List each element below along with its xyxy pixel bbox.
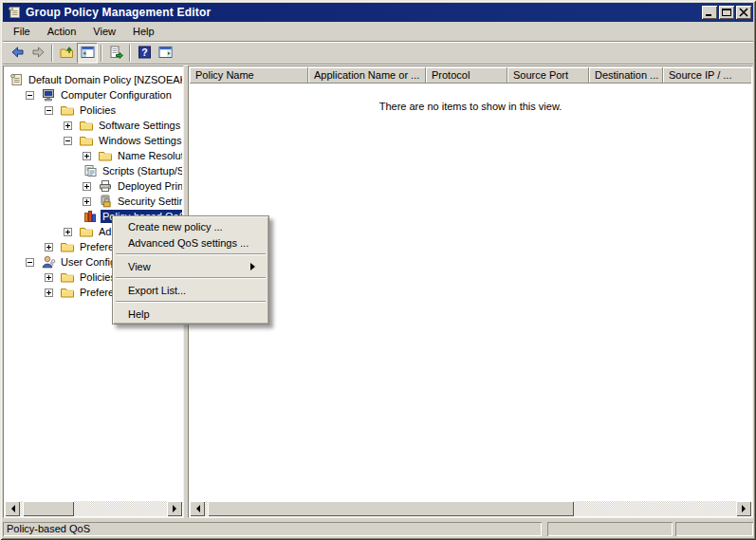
column-header-destination[interactable]: Destination ... [589,67,663,84]
tree-item-name-resolution-po[interactable]: Name Resolution Po [5,148,182,163]
menu-action[interactable]: Action [39,24,85,40]
tree-item-scripts-startup-sh[interactable]: Scripts (Startup/Sh [5,163,182,178]
toolbar-show-console-tree-button[interactable] [77,43,98,64]
show-console-tree-icon [80,45,96,62]
context-menu-item-create-new-policy[interactable]: Create new policy ... [114,218,267,234]
toolbar-show-action-pane-button[interactable] [155,43,175,64]
gpo-scroll-icon [9,72,24,87]
menu-item-label: View [128,261,250,272]
group-policy-editor-window: Group Policy Management Editor FileActio… [0,0,756,540]
expand-toggle-icon[interactable] [83,197,98,206]
tree-item-windows-settings[interactable]: Windows Settings [5,133,182,148]
minimize-button[interactable] [702,6,717,19]
toolbar-separator [129,45,131,62]
list-column-headers: Policy NameApplication Name or ...Protoc… [190,67,751,84]
toolbar-forward-button[interactable] [28,43,48,64]
collapse-toggle-icon[interactable] [26,258,41,267]
expand-toggle-icon[interactable] [64,121,79,130]
column-header-source-port[interactable]: Source Port [507,67,589,84]
menu-view[interactable]: View [84,24,124,40]
folder-icon [79,118,94,133]
tree-item-deployed-printers[interactable]: Deployed Printers [5,178,182,194]
security-icon [98,194,113,209]
tree-item-security-settings[interactable]: Security Settings [5,194,182,209]
context-menu: Create new policy ...Advanced QoS settin… [112,215,269,325]
scroll-right-button[interactable] [167,501,182,516]
forward-icon [30,45,46,62]
user-icon [41,254,56,270]
column-header-protocol[interactable]: Protocol [426,67,507,84]
expand-toggle-icon[interactable] [45,243,60,251]
folder-icon [79,133,94,148]
menu-file[interactable]: File [5,24,39,40]
menu-separator [116,253,266,255]
scroll-left-button[interactable] [190,501,205,516]
tree-item-computer-configuration[interactable]: Computer Configuration [5,87,182,102]
qos-chart-icon [83,209,98,224]
toolbar-up-one-level-button[interactable] [56,43,77,64]
collapse-toggle-icon[interactable] [45,106,60,115]
tree-item-label: Windows Settings [97,134,182,147]
expand-toggle-icon[interactable] [45,273,60,282]
title-bar[interactable]: Group Policy Management Editor [3,3,753,22]
tree-item-label: Default Domain Policy [NZSOEAKAD [27,73,182,86]
list-horizontal-scrollbar[interactable] [190,501,751,516]
tree-item-label: Software Settings [97,119,182,132]
folder-icon [60,239,75,254]
expand-toggle-icon[interactable] [83,152,98,160]
scroll-left-button[interactable] [5,501,20,516]
tree-item-label: Name Resolution Po [116,149,182,162]
export-list-icon [108,45,124,62]
close-button[interactable] [736,6,751,19]
submenu-arrow-icon [250,263,259,270]
column-header-application-name-or[interactable]: Application Name or ... [308,67,426,84]
folder-icon [98,148,113,163]
toolbar-separator [51,45,53,62]
toolbar-help-button[interactable]: ? [134,43,155,64]
toolbar-separator [101,45,102,62]
menu-separator [116,277,266,279]
list-body[interactable]: There are no items to show in this view. [190,84,751,501]
folder-icon [60,270,75,285]
scrollbar-thumb[interactable] [208,501,574,516]
tree-item-label: Deployed Printers [116,179,182,193]
context-menu-item-export-list[interactable]: Export List... [114,282,267,298]
tree-item-label: Security Settings [116,195,182,208]
expand-toggle-icon[interactable] [45,289,60,297]
context-menu-item-view[interactable]: View [114,258,267,274]
column-header-policy-name[interactable]: Policy Name [190,67,308,84]
status-text: Policy-based QoS [3,522,542,536]
window-title: Group Policy Management Editor [26,6,700,19]
tree-item-default-domain-policy-nzsoeakad[interactable]: Default Domain Policy [NZSOEAKAD [5,72,182,87]
maximize-button[interactable] [719,6,734,19]
scripts-icon [83,163,98,178]
tree-item-label: Computer Configuration [59,88,174,102]
collapse-toggle-icon[interactable] [26,91,41,100]
toolbar-back-button[interactable] [7,43,28,64]
tree-item-software-settings[interactable]: Software Settings [5,118,182,133]
folder-icon [60,285,75,300]
menu-separator [116,301,266,303]
tree-item-label: Scripts (Startup/Sh [101,164,182,177]
menu-item-label: Export List... [128,285,259,296]
context-menu-item-advanced-qos-settings[interactable]: Advanced QoS settings ... [114,234,267,251]
status-panel [675,522,753,536]
scroll-right-button[interactable] [736,501,751,516]
toolbar: ? [3,43,753,64]
expand-toggle-icon[interactable] [64,228,79,236]
status-panel [547,522,673,536]
gpo-scroll-icon [7,5,22,20]
tree-item-policies[interactable]: Policies [5,102,182,118]
expand-toggle-icon[interactable] [83,182,98,191]
collapse-toggle-icon[interactable] [64,137,79,145]
folder-icon [60,102,75,118]
toolbar-export-list-button[interactable] [105,43,126,64]
menu-help[interactable]: Help [124,24,163,40]
column-header-source-ip[interactable]: Source IP / ... [663,67,751,84]
up-one-level-icon [59,45,75,62]
scrollbar-thumb[interactable] [23,501,74,516]
tree-horizontal-scrollbar[interactable] [5,501,182,516]
context-menu-item-help[interactable]: Help [114,306,267,322]
svg-text:?: ? [141,47,147,58]
folder-icon [79,224,94,239]
